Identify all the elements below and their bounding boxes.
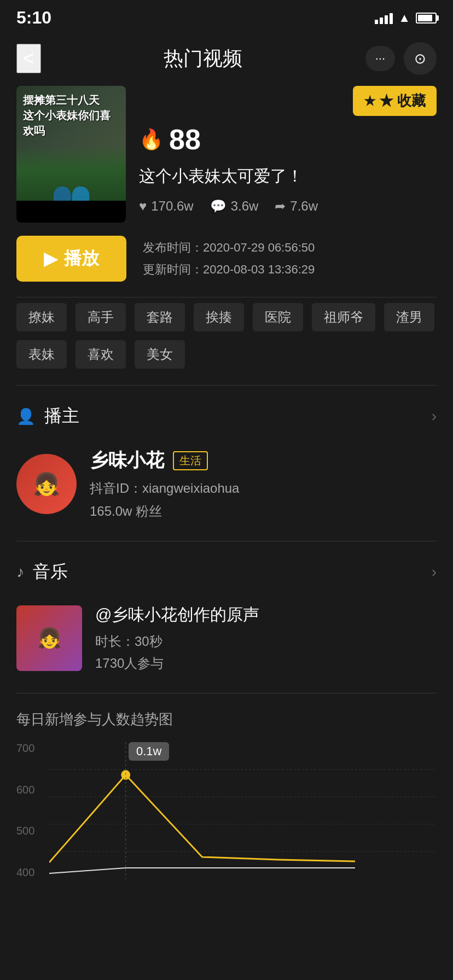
chart-container: 700600500400 0.: [16, 742, 437, 895]
time-info: 发布时间：2020-07-29 06:56:50 更新时间：2020-08-03…: [143, 237, 437, 280]
author-card: 👧 乡味小花 生活 抖音ID：xiangweixiaohua 165.0w 粉丝: [16, 439, 437, 535]
thumbnail-title: 摆摊第三十八天 这个小表妹你们喜欢吗: [23, 92, 119, 138]
author-section-icon: 👤: [16, 407, 36, 425]
back-button[interactable]: <: [16, 44, 41, 73]
status-time: 5:10: [16, 8, 51, 28]
publish-time: 发布时间：2020-07-29 06:56:50: [143, 237, 437, 259]
tag-item[interactable]: 渣男: [384, 303, 434, 331]
author-section-title: 播主: [44, 404, 79, 428]
divider-4: [16, 693, 437, 693]
tag-item[interactable]: 套路: [135, 303, 185, 331]
stats-row: ♥ 170.6w 💬 3.6w ➦ 7.6w: [139, 199, 437, 214]
divider-3: [16, 541, 437, 541]
music-participants: 1730人参与: [95, 655, 437, 672]
video-card: 摆摊第三十八天 这个小表妹你们喜欢吗 👥 ★ ★ 收藏 🔥 88 这个小表妹太可…: [16, 86, 437, 223]
hot-score-number: 88: [169, 123, 201, 156]
tag-item[interactable]: 高手: [76, 303, 126, 331]
tag-item[interactable]: 祖师爷: [312, 303, 375, 331]
author-section-header: 👤 播主 ›: [16, 391, 437, 439]
comment-icon: 💬: [210, 199, 226, 214]
chart-y-label: 600: [16, 784, 49, 796]
music-title: @乡味小花创作的原声: [95, 604, 437, 626]
author-fans: 165.0w 粉丝: [90, 503, 437, 520]
author-info: 乡味小花 生活 抖音ID：xiangweixiaohua 165.0w 粉丝: [90, 448, 437, 520]
wifi-icon: ▲: [398, 11, 410, 25]
more-button[interactable]: ···: [365, 46, 395, 71]
play-section: ▶ 播放 发布时间：2020-07-29 06:56:50 更新时间：2020-…: [16, 236, 437, 282]
video-title: 这个小表妹太可爱了！: [139, 165, 437, 188]
tag-item[interactable]: 医院: [253, 303, 303, 331]
tag-item[interactable]: 挨揍: [194, 303, 244, 331]
video-thumbnail: 摆摊第三十八天 这个小表妹你们喜欢吗 👥: [16, 86, 126, 223]
likes-count: 170.6w: [151, 199, 193, 214]
target-button[interactable]: ⊙: [404, 42, 437, 75]
video-info: ★ ★ 收藏 🔥 88 这个小表妹太可爱了！ ♥ 170.6w 💬 3.6w ➦: [139, 86, 437, 223]
status-icons: ▲: [375, 11, 437, 25]
chart-title: 每日新增参与人数趋势图: [16, 710, 437, 729]
header-actions: ··· ⊙: [365, 42, 437, 75]
header: < 热门视频 ··· ⊙: [0, 33, 453, 86]
music-chevron-icon: ›: [432, 563, 437, 581]
music-section-title: 音乐: [33, 560, 68, 584]
page-title: 热门视频: [164, 45, 242, 72]
fire-icon: 🔥: [139, 128, 164, 151]
music-duration: 时长：30秒: [95, 633, 437, 650]
share-icon: ➦: [275, 199, 286, 214]
tag-item[interactable]: 美女: [135, 340, 185, 369]
play-label: 播放: [64, 247, 99, 271]
chart-svg: [49, 742, 437, 879]
collect-button[interactable]: ★ ★ 收藏: [353, 86, 437, 116]
tag-item[interactable]: 撩妹: [16, 303, 67, 331]
author-avatar: 👧: [16, 454, 77, 514]
music-cover: 👧: [16, 605, 82, 671]
hot-score: 🔥 88: [139, 123, 437, 156]
chart-area: 0.1w: [49, 742, 437, 879]
chart-y-label: 400: [16, 866, 49, 879]
author-category-tag: 生活: [173, 451, 208, 470]
divider-1: [16, 297, 437, 298]
music-card: 👧 @乡味小花创作的原声 时长：30秒 1730人参与: [16, 595, 437, 687]
shares-stat: ➦ 7.6w: [275, 199, 318, 214]
play-icon: ▶: [44, 248, 57, 269]
signal-icon: [375, 12, 393, 24]
heart-icon: ♥: [139, 199, 147, 214]
chart-tooltip: 0.1w: [129, 742, 169, 761]
chart-section: 每日新增参与人数趋势图 700600500400: [16, 699, 437, 906]
comments-count: 3.6w: [231, 199, 259, 214]
main-content: 摆摊第三十八天 这个小表妹你们喜欢吗 👥 ★ ★ 收藏 🔥 88 这个小表妹太可…: [0, 86, 453, 906]
likes-stat: ♥ 170.6w: [139, 199, 194, 214]
star-icon: ★: [364, 94, 376, 109]
author-name: 乡味小花: [90, 448, 164, 473]
music-info: @乡味小花创作的原声 时长：30秒 1730人参与: [95, 604, 437, 672]
author-chevron-icon: ›: [432, 407, 437, 425]
music-section-header: ♪ 音乐 ›: [16, 547, 437, 595]
music-section-icon: ♪: [16, 563, 24, 581]
tag-item[interactable]: 喜欢: [76, 340, 126, 369]
tag-item[interactable]: 表妹: [16, 340, 67, 369]
chart-y-label: 500: [16, 825, 49, 837]
author-id: 抖音ID：xiangweixiaohua: [90, 480, 437, 497]
tags-section: 撩妹高手套路挨揍医院祖师爷渣男表妹喜欢美女: [16, 303, 437, 369]
shares-count: 7.6w: [290, 199, 318, 214]
chart-y-label: 700: [16, 742, 49, 755]
status-bar: 5:10 ▲: [0, 0, 453, 33]
comments-stat: 💬 3.6w: [210, 199, 259, 214]
chart-y-labels: 700600500400: [16, 742, 49, 879]
update-time: 更新时间：2020-08-03 13:36:29: [143, 259, 437, 281]
battery-icon: [416, 13, 437, 24]
play-button[interactable]: ▶ 播放: [16, 236, 126, 282]
divider-2: [16, 385, 437, 386]
